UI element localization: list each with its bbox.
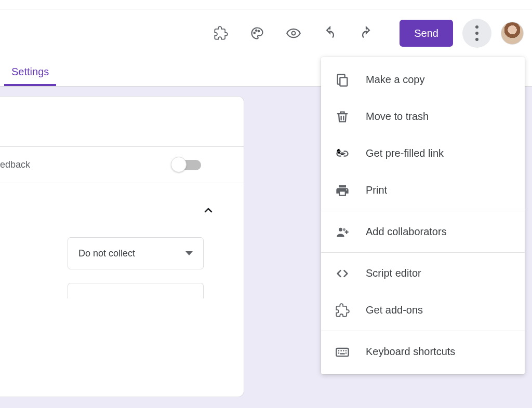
svg-point-6: [343, 228, 345, 230]
collect-select[interactable]: Do not collect: [68, 237, 204, 269]
svg-rect-12: [338, 352, 339, 353]
feedback-label: edback: [0, 159, 30, 170]
svg-point-3: [292, 32, 296, 35]
code-icon: [334, 265, 351, 282]
menu-print-label: Print: [366, 184, 387, 196]
more-menu-button[interactable]: [462, 19, 491, 48]
dropdown-arrow-icon: [185, 251, 193, 255]
menu-addons-label: Get add-ons: [366, 304, 423, 316]
overflow-menu: Make a copy Move to trash Get pre-filled…: [321, 57, 525, 374]
svg-rect-8: [338, 350, 339, 351]
menu-prefilled-link[interactable]: Get pre-filled link: [321, 135, 525, 172]
svg-rect-13: [345, 352, 347, 353]
trash-icon: [334, 108, 351, 126]
puzzle-icon: [334, 302, 351, 319]
more-vert-icon: [475, 24, 478, 43]
feedback-toggle[interactable]: [173, 160, 201, 170]
people-add-icon: [334, 223, 351, 241]
menu-collaborators-label: Add collaborators: [366, 226, 447, 238]
menu-prefilled-label: Get pre-filled link: [366, 147, 444, 159]
print-icon: [334, 182, 351, 199]
menu-script-editor[interactable]: Script editor: [321, 255, 525, 292]
palette-icon[interactable]: [245, 21, 270, 46]
preview-icon[interactable]: [281, 21, 306, 46]
link-icon: [334, 145, 351, 162]
secondary-field[interactable]: [68, 283, 204, 298]
menu-script-label: Script editor: [366, 267, 421, 279]
svg-rect-4: [340, 77, 347, 86]
section-collapse-row[interactable]: [0, 183, 244, 237]
svg-point-1: [256, 30, 257, 31]
feedback-row: edback: [0, 147, 244, 183]
undo-icon[interactable]: [317, 21, 342, 46]
chevron-up-icon: [202, 204, 215, 216]
menu-separator: [321, 331, 525, 331]
menu-print[interactable]: Print: [321, 172, 525, 209]
menu-move-trash-label: Move to trash: [366, 111, 429, 123]
svg-point-2: [258, 31, 259, 32]
menu-separator: [321, 252, 525, 253]
menu-add-collaborators[interactable]: Add collaborators: [321, 213, 525, 250]
topbar-divider: [0, 0, 532, 9]
menu-get-addons[interactable]: Get add-ons: [321, 292, 525, 329]
svg-point-5: [339, 227, 342, 231]
keyboard-icon: [334, 343, 351, 361]
menu-keyboard-label: Keyboard shortcuts: [366, 346, 455, 358]
send-button[interactable]: Send: [400, 20, 453, 47]
svg-rect-7: [336, 348, 348, 356]
svg-rect-11: [345, 350, 347, 351]
menu-make-copy[interactable]: Make a copy: [321, 61, 525, 98]
menu-move-trash[interactable]: Move to trash: [321, 98, 525, 135]
svg-rect-9: [341, 350, 342, 351]
toggle-knob: [171, 157, 187, 172]
redo-icon[interactable]: [354, 21, 379, 46]
collect-select-label: Do not collect: [78, 248, 135, 259]
menu-separator: [321, 211, 525, 211]
svg-rect-10: [343, 350, 344, 351]
svg-point-0: [254, 32, 255, 33]
addons-icon[interactable]: [208, 21, 233, 46]
avatar[interactable]: [501, 22, 524, 45]
menu-keyboard-shortcuts[interactable]: Keyboard shortcuts: [321, 333, 525, 370]
settings-card: edback Do not collect: [0, 96, 244, 397]
menu-make-copy-label: Make a copy: [366, 74, 424, 86]
copy-icon: [334, 71, 351, 89]
tab-settings[interactable]: Settings: [4, 66, 56, 86]
toolbar: Send: [0, 9, 532, 57]
svg-rect-14: [340, 353, 344, 354]
